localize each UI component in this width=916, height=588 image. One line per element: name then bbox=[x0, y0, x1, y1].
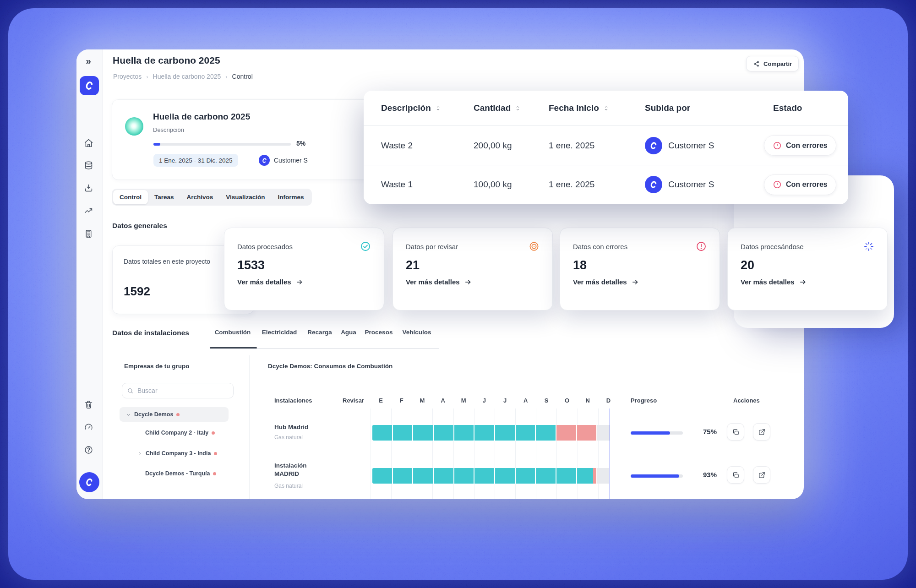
user-avatar bbox=[645, 176, 662, 193]
tab-control[interactable]: Control bbox=[113, 190, 148, 204]
open-external-button[interactable] bbox=[753, 423, 770, 441]
breadcrumb-project[interactable]: Huella de carbono 2025 bbox=[153, 73, 221, 80]
building-icon bbox=[84, 229, 93, 239]
progress-track bbox=[631, 431, 683, 435]
breadcrumb-projects[interactable]: Proyectos bbox=[113, 73, 142, 80]
sidebar-item-analytics[interactable] bbox=[79, 201, 98, 220]
sidebar-item-home[interactable] bbox=[79, 133, 98, 152]
share-icon bbox=[753, 60, 760, 67]
home-icon bbox=[84, 138, 93, 148]
sidebar-item-downloads[interactable] bbox=[79, 178, 98, 197]
tree-item-child-company-3[interactable]: Child Company 3 - India bbox=[137, 446, 217, 460]
view-details-link[interactable]: Ver más detalles bbox=[406, 278, 540, 286]
progress-value: 75% bbox=[703, 428, 717, 436]
gantt-row-instalacion-madrid: Instalación MADRID Gas natural 93% bbox=[76, 461, 804, 491]
inst-tab-agua[interactable]: Agua bbox=[341, 329, 356, 336]
inst-tab-vehiculos[interactable]: Vehículos bbox=[402, 329, 431, 336]
alert-circle-icon bbox=[773, 180, 782, 189]
search-icon bbox=[127, 387, 134, 394]
inst-tab-active-underline bbox=[210, 347, 257, 348]
sidebar-item-trash[interactable] bbox=[79, 395, 98, 414]
table-row[interactable]: Waste 2 200,00 kg 1 ene. 2025 Customer S… bbox=[364, 126, 848, 165]
download-icon bbox=[84, 183, 93, 193]
company-search[interactable] bbox=[122, 383, 234, 398]
inst-tab-electricidad[interactable]: Electricidad bbox=[262, 329, 297, 336]
stat-label: Datos procesados bbox=[237, 243, 293, 250]
data-table-overlay: Descripción Cantidad Fecha inicio Subida… bbox=[364, 91, 848, 204]
chevrons-right-icon: » bbox=[86, 56, 91, 65]
stat-label: Datos con errores bbox=[573, 243, 627, 250]
section-datos-generales: Datos generales bbox=[112, 222, 167, 230]
table-row[interactable]: Waste 1 100,00 kg 1 ene. 2025 Customer S… bbox=[364, 165, 848, 204]
status-badge: Con errores bbox=[764, 174, 836, 195]
breadcrumb-current: Control bbox=[232, 73, 253, 80]
inst-tab-combustion[interactable]: Combustión bbox=[215, 329, 251, 336]
check-circle-icon bbox=[360, 241, 371, 252]
open-external-button[interactable] bbox=[753, 466, 770, 484]
company-search-input[interactable] bbox=[137, 387, 229, 394]
trending-up-icon bbox=[84, 206, 93, 216]
project-avatar bbox=[125, 117, 143, 136]
section-datos-instalaciones: Datos de instalaciones bbox=[112, 329, 189, 337]
gantt-row-hub-madrid: Hub Madrid Gas natural 75% bbox=[76, 419, 804, 448]
tab-tareas[interactable]: Tareas bbox=[148, 190, 180, 204]
sidebar-item-data[interactable] bbox=[79, 156, 98, 175]
view-details-link[interactable]: Ver más detalles bbox=[237, 278, 371, 286]
col-descripcion[interactable]: Descripción bbox=[381, 103, 474, 113]
copy-button[interactable] bbox=[727, 423, 744, 441]
stat-card-por-revisar: Datos por revisar 21 Ver más detalles bbox=[393, 228, 553, 310]
cell-description: Waste 1 bbox=[381, 180, 474, 190]
project-owner: Customer S bbox=[259, 155, 308, 166]
alert-circle-icon bbox=[773, 141, 782, 150]
stat-value: 18 bbox=[573, 258, 707, 272]
chevron-right-icon: › bbox=[225, 73, 227, 80]
sidebar-item-organization[interactable] bbox=[79, 224, 98, 243]
gantt-col-installations: Instalaciones bbox=[274, 397, 312, 404]
tab-visualizacion[interactable]: Visualización bbox=[219, 190, 271, 204]
sort-icon[interactable] bbox=[604, 105, 609, 112]
arrow-right-icon bbox=[632, 278, 639, 286]
col-subida-por: Subida por bbox=[645, 103, 764, 113]
spinner-icon bbox=[863, 241, 874, 252]
status-badge: Con errores bbox=[764, 135, 836, 156]
status-dot bbox=[214, 452, 217, 455]
copy-button[interactable] bbox=[727, 466, 744, 484]
inst-tab-procesos[interactable]: Procesos bbox=[365, 329, 393, 336]
chevron-down-icon[interactable] bbox=[126, 412, 131, 417]
col-estado: Estado bbox=[764, 103, 848, 113]
dcycle-logo-icon bbox=[649, 180, 659, 190]
total-data-value: 1592 bbox=[124, 284, 150, 299]
dcycle-logo-icon bbox=[83, 80, 95, 92]
dcycle-logo-icon bbox=[649, 141, 659, 151]
gantt-col-actions: Acciones bbox=[733, 397, 760, 404]
col-cantidad[interactable]: Cantidad bbox=[474, 103, 549, 113]
sidebar-collapse-button[interactable]: » bbox=[79, 51, 98, 70]
inst-tab-recarga[interactable]: Recarga bbox=[307, 329, 332, 336]
share-button[interactable]: Compartir bbox=[746, 56, 799, 71]
sort-icon[interactable] bbox=[436, 105, 441, 112]
tab-archivos[interactable]: Archivos bbox=[180, 190, 220, 204]
installation-name[interactable]: Instalación MADRID bbox=[274, 462, 318, 478]
chevron-right-icon[interactable] bbox=[137, 451, 142, 456]
copy-icon bbox=[732, 428, 740, 436]
sort-icon[interactable] bbox=[515, 105, 520, 112]
stat-label: Datos procesándose bbox=[741, 243, 804, 250]
installation-fuel: Gas natural bbox=[274, 483, 303, 489]
view-details-link[interactable]: Ver más detalles bbox=[741, 278, 874, 286]
table-header: Descripción Cantidad Fecha inicio Subida… bbox=[364, 91, 848, 126]
project-progress-track bbox=[153, 143, 291, 146]
status-dot bbox=[176, 413, 180, 416]
project-description-label: Descripción bbox=[153, 126, 184, 133]
gantt-col-progress: Progreso bbox=[631, 397, 657, 404]
view-details-link[interactable]: Ver más detalles bbox=[573, 278, 707, 286]
installation-name[interactable]: Hub Madrid bbox=[274, 423, 325, 431]
cell-description: Waste 2 bbox=[381, 141, 474, 151]
dcycle-logo[interactable] bbox=[80, 76, 99, 95]
gantt-bar[interactable] bbox=[372, 468, 618, 484]
progress-fill bbox=[631, 431, 670, 435]
tab-informes[interactable]: Informes bbox=[272, 190, 311, 204]
stat-value: 20 bbox=[741, 258, 874, 272]
gantt-bar[interactable] bbox=[372, 425, 618, 441]
col-fecha-inicio[interactable]: Fecha inicio bbox=[549, 103, 645, 113]
gantt-month-headers: EF MA MJ JA SO ND bbox=[371, 397, 619, 404]
